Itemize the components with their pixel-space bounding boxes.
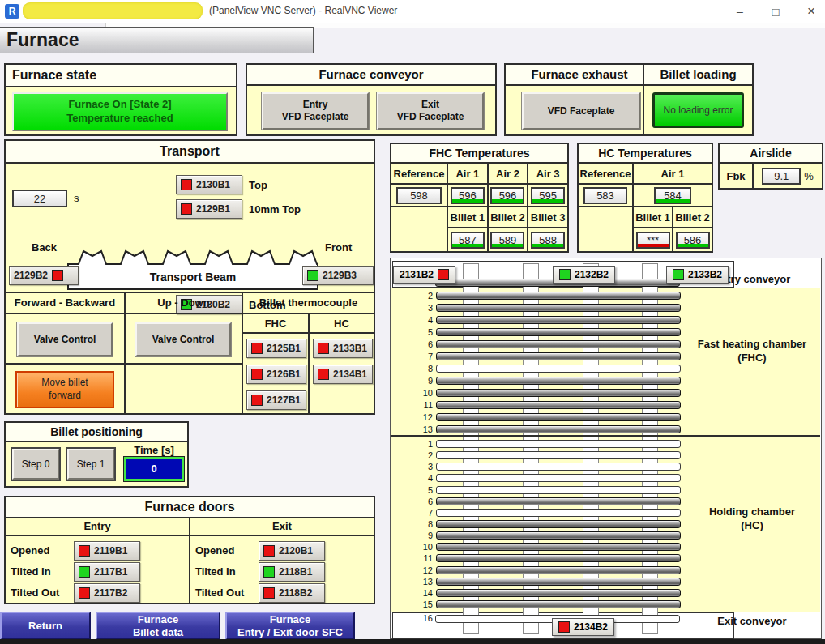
chamber-row: 13: [391, 576, 682, 587]
led-2117B2: [79, 587, 90, 599]
minimize-button[interactable]: –: [733, 5, 747, 18]
chamber-row: 8: [391, 518, 682, 530]
back-label: Back: [32, 241, 57, 254]
sensor-label: 2117B2: [94, 587, 127, 599]
fhc-ref-value: 598: [396, 187, 442, 204]
furnace-billet-data-button[interactable]: Furnace Billet data: [96, 612, 220, 640]
fhc-air1-value: 596: [451, 187, 485, 204]
fhc-billet3-header: Billet 3: [528, 207, 567, 227]
row-number: 6: [391, 497, 436, 506]
exit-header: Exit: [190, 520, 374, 532]
chamber-row: 11: [391, 399, 682, 411]
row-number: 11: [391, 553, 436, 563]
hc-rows: 123456789101112131415: [391, 438, 682, 610]
step0-button[interactable]: Step 0: [12, 449, 59, 480]
chamber-row: 4: [391, 472, 682, 484]
entry-tilted-out-label: Tilted Out: [11, 586, 59, 599]
button-label: Step 0: [22, 458, 50, 471]
chamber-row: 10: [391, 541, 682, 552]
entry-opened-label: Opened: [11, 544, 49, 557]
row-number: 6: [391, 339, 436, 349]
billet-bar-occupied: [436, 389, 681, 397]
billet-bar-empty: [436, 440, 681, 448]
step1-button[interactable]: Step 1: [67, 449, 114, 480]
airslide-panel: Airslide Fbk 9.1 %: [718, 143, 823, 190]
led-2118B2: [263, 587, 275, 599]
button-label: Step 1: [77, 458, 105, 471]
row-number: 9: [391, 531, 436, 540]
row-number: 13: [391, 577, 436, 586]
led-2134B2: [558, 621, 570, 633]
led-2131B2: [438, 269, 449, 280]
sensor-label: 2131B2: [400, 269, 434, 280]
valve-control-fb-button[interactable]: Valve Control: [17, 322, 113, 356]
chamber-row: 12: [391, 411, 682, 423]
move-billet-forward-button[interactable]: Move billet forward: [15, 371, 114, 408]
billet-bar-occupied: [436, 292, 681, 300]
exit-vfd-faceplate-button[interactable]: Exit VFD Faceplate: [377, 92, 484, 130]
sensor-label: 2118B2: [279, 587, 312, 599]
chamber-row: 3: [391, 301, 682, 313]
sensor-2129B2: 2129B2: [9, 266, 79, 285]
billet-loading-panel: Billet loading No loading error: [643, 63, 754, 136]
fhc-air2-value: 596: [490, 187, 524, 204]
billet-bar-occupied: [436, 328, 681, 336]
sensor-2134B1: 2134B1: [313, 365, 373, 384]
fhc-billet3-value: 588: [531, 232, 565, 249]
sensor-label: 2129B1: [196, 203, 230, 215]
hc-column-header: HC: [310, 318, 374, 330]
sensor-label: 2118B1: [279, 566, 312, 578]
chamber-row: 9: [391, 374, 682, 386]
redacted-area: [23, 2, 203, 19]
fhc-air3-value: 595: [531, 187, 565, 204]
row-number: 10: [391, 542, 436, 552]
chamber-row: 14: [391, 587, 682, 599]
hc-billet2-header: Billet 2: [673, 207, 712, 227]
row-number: 2: [391, 450, 436, 460]
exit-tilted-in-label: Tilted In: [195, 565, 236, 578]
row-number: 8: [391, 519, 436, 529]
chamber-row: 2: [391, 450, 682, 461]
billet-bar-occupied: [436, 413, 681, 421]
sensor-label: 2126B1: [267, 369, 301, 380]
furnace-exhaust-panel: Furnace exhaust VFD Faceplate: [504, 63, 655, 136]
hc-billet1-header: Billet 1: [634, 207, 672, 227]
led-2120B1: [263, 545, 275, 557]
row-number: 7: [391, 352, 436, 361]
valve-control-ud-button[interactable]: Valve Control: [135, 322, 231, 356]
led-2134B1: [318, 369, 329, 380]
chamber-row: 4: [391, 313, 682, 326]
row-number: 4: [391, 315, 436, 325]
entry-vfd-faceplate-button[interactable]: Entry VFD Faceplate: [262, 92, 369, 130]
row-number: 5: [391, 485, 436, 495]
fhc-rows: 2345678910111213: [391, 289, 682, 435]
exhaust-vfd-faceplate-button[interactable]: VFD Faceplate: [522, 92, 640, 130]
sensor-label: 2117B1: [94, 566, 127, 578]
led-2118B1: [263, 566, 275, 578]
sensor-2126B1: 2126B1: [246, 365, 306, 384]
hc-ref-value: 583: [583, 187, 627, 204]
furnace-conveyor-panel: Furnace conveyor Entry VFD Faceplate Exi…: [246, 63, 497, 136]
led-2129B1: [181, 203, 192, 215]
billet-bar-occupied: [436, 566, 681, 574]
billet-bar-occupied: [436, 520, 681, 528]
maximize-button[interactable]: □: [768, 5, 783, 19]
row-number: 10: [391, 388, 436, 398]
button-label: forward: [49, 390, 81, 403]
bottom-edge-bar: [0, 639, 825, 644]
time-display: 0: [124, 457, 184, 481]
return-button[interactable]: Return: [0, 612, 91, 640]
billet-bar-occupied: [436, 340, 681, 348]
sensor-2129B1: 2129B1: [176, 199, 242, 219]
exit-opened-label: Opened: [195, 544, 234, 557]
close-button[interactable]: ×: [804, 3, 819, 19]
billet-bar-occupied: [436, 554, 681, 562]
sensor-2134B2: 2134B2: [552, 618, 614, 636]
furnace-entry-exit-door-sfc-button[interactable]: Furnace Entry / Exit door SFC: [225, 612, 355, 640]
sensor-2131B2: 2131B2: [393, 266, 455, 284]
billet-bar-empty: [436, 509, 681, 517]
sensor-2133B1: 2133B1: [313, 339, 373, 358]
sensor-label: 2133B2: [688, 269, 722, 280]
chamber-row: 12: [391, 565, 682, 576]
airslide-value: 9.1: [762, 168, 801, 185]
